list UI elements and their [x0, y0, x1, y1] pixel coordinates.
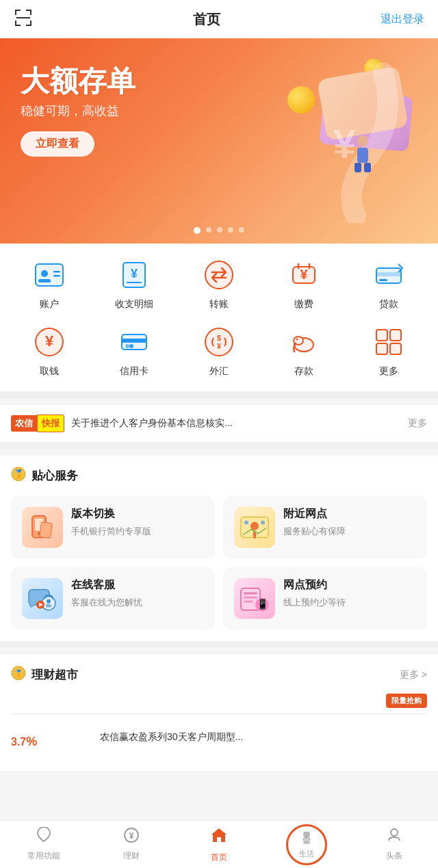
finance-market-title: 理财超市 [31, 667, 78, 683]
more-icon [371, 324, 407, 360]
dot-2[interactable] [206, 227, 211, 233]
service-section-icon: 🏅 [11, 466, 26, 485]
finance-badge: 限量抢购 [386, 694, 427, 708]
svg-rect-70 [303, 841, 310, 844]
nav-item-life[interactable]: 生活 [263, 820, 350, 869]
menu-label-cash: 取钱 [40, 365, 59, 378]
menu-grid: 账户 ¥ 收支明细 转账 [7, 257, 431, 378]
svg-text:¥: ¥ [131, 267, 138, 280]
svg-rect-11 [355, 163, 361, 172]
page-title: 首页 [193, 10, 220, 29]
svg-text:¥: ¥ [129, 831, 134, 841]
menu-label-account: 账户 [40, 298, 59, 311]
svg-point-71 [391, 829, 398, 836]
svg-point-55 [47, 599, 51, 603]
news-tag-nong: 农信 [11, 415, 37, 432]
nav-item-finance[interactable]: ¥ 理财 [88, 823, 175, 866]
svg-rect-25 [376, 272, 401, 276]
menu-item-transfer[interactable]: 转账 [177, 257, 261, 311]
service-card-branch-reserve[interactable]: 📱 网点预约 线上预约少等待 [223, 567, 427, 630]
life-nav-circle: 生活 [286, 824, 327, 865]
menu-item-account[interactable]: 账户 [7, 257, 92, 311]
menu-item-cash[interactable]: ¥ 取钱 [7, 324, 92, 378]
news-text: 关于推进个人客户身份基本信息核实... [71, 417, 401, 430]
nav-item-common[interactable]: 常用功能 [0, 823, 88, 866]
svg-point-38 [296, 339, 298, 341]
menu-item-deposit[interactable]: 存款 [261, 324, 346, 378]
menu-label-loan: 贷款 [379, 298, 398, 311]
account-icon [31, 257, 67, 293]
svg-rect-62 [244, 601, 253, 603]
menu-item-credit[interactable]: 信用卡 [92, 324, 177, 378]
nav-item-headlines[interactable]: 头条 [350, 823, 438, 866]
finance-product-row[interactable]: 3.7% 农信赢农盈系列30天客户周期型... [11, 713, 427, 760]
menu-label-more: 更多 [379, 365, 398, 378]
nav-item-home[interactable]: 首页 [175, 821, 263, 867]
menu-item-bill[interactable]: ¥ 收支明细 [92, 257, 177, 311]
nearby-branch-title: 附近网点 [283, 507, 416, 521]
version-switch-desc: 手机银行简约专享版 [71, 525, 204, 538]
svg-rect-40 [390, 330, 401, 341]
menu-label-transfer: 转账 [209, 298, 229, 311]
svg-rect-26 [379, 279, 387, 281]
branch-reserve-info: 网点预约 线上预约少等待 [283, 578, 416, 609]
dot-5[interactable] [239, 227, 244, 233]
svg-rect-56 [46, 604, 51, 607]
dot-3[interactable] [217, 227, 222, 233]
branch-reserve-title: 网点预约 [283, 578, 416, 592]
menu-item-pay[interactable]: ¥ 缴费 [261, 257, 346, 311]
version-switch-title: 版本切换 [71, 507, 204, 521]
banner-dots [194, 227, 244, 234]
svg-rect-60 [244, 592, 257, 594]
menu-item-loan[interactable]: 贷款 [346, 257, 431, 311]
svg-rect-5 [15, 21, 16, 26]
online-service-desc: 客服在线为您解忧 [71, 596, 204, 609]
news-more-button[interactable]: 更多 [408, 417, 427, 430]
loan-icon [371, 257, 407, 293]
finance-market-header: 🏅 理财超市 更多 > [11, 666, 427, 684]
forex-icon: $ ¥ [201, 324, 237, 360]
menu-label-pay: 缴费 [294, 298, 313, 311]
finance-market-section: 🏅 理财超市 更多 > 限量抢购 3.7% 农信赢农盈系列30天客户周期型... [0, 655, 438, 771]
banner-subtitle: 稳健可期，高收益 [21, 103, 136, 119]
finance-rate-unit: % [26, 735, 37, 748]
menu-label-forex: 外汇 [209, 365, 229, 378]
section-header-service: 🏅 贴心服务 [11, 466, 427, 485]
svg-rect-48 [40, 522, 53, 538]
menu-item-more[interactable]: 更多 [346, 324, 431, 378]
svg-point-69 [302, 837, 311, 842]
logout-button[interactable]: 退出登录 [381, 12, 424, 27]
credit-icon [116, 324, 152, 360]
top-bar: 首页 退出登录 [0, 0, 438, 38]
nav-label-common: 常用功能 [27, 850, 60, 862]
news-bar[interactable]: 农信 快报 关于推进个人客户身份基本信息核实... 更多 [0, 405, 438, 442]
banner-illustration: ¥ [246, 52, 424, 223]
svg-rect-10 [357, 148, 368, 163]
banner: 大额存单 稳健可期，高收益 立即查看 ¥ [0, 38, 438, 244]
svg-point-21 [205, 261, 233, 289]
banner-cta-button[interactable]: 立即查看 [21, 131, 94, 157]
cash-icon: ¥ [31, 324, 67, 360]
nearby-branch-desc: 服务贴心有保障 [283, 525, 416, 538]
service-card-online-service[interactable]: 在线客服 客服在线为您解忧 [11, 567, 215, 630]
svg-rect-20 [127, 282, 142, 283]
home-nav-icon [209, 826, 229, 849]
pay-icon: ¥ [286, 257, 322, 293]
service-card-nearby-branch[interactable]: 附近网点 服务贴心有保障 [223, 496, 427, 559]
service-card-version-switch[interactable]: 版本切换 手机银行简约专享版 [11, 496, 215, 559]
svg-rect-1 [15, 10, 16, 15]
dot-1[interactable] [194, 227, 201, 234]
svg-rect-17 [53, 275, 60, 277]
finance-more-button[interactable]: 更多 > [400, 669, 427, 681]
scan-icon[interactable] [14, 8, 33, 30]
online-service-icon [22, 578, 63, 619]
finance-product-desc: 农信赢农盈系列30天客户周期型... [100, 730, 427, 744]
svg-rect-3 [30, 10, 31, 15]
news-tag-kuai: 快报 [37, 415, 64, 432]
menu-label-deposit: 存款 [294, 365, 313, 378]
svg-point-51 [244, 521, 248, 525]
dot-4[interactable] [228, 227, 233, 233]
menu-item-forex[interactable]: $ ¥ 外汇 [177, 324, 261, 378]
finance-section-icon: 🏅 [11, 666, 26, 684]
svg-rect-61 [244, 596, 257, 599]
